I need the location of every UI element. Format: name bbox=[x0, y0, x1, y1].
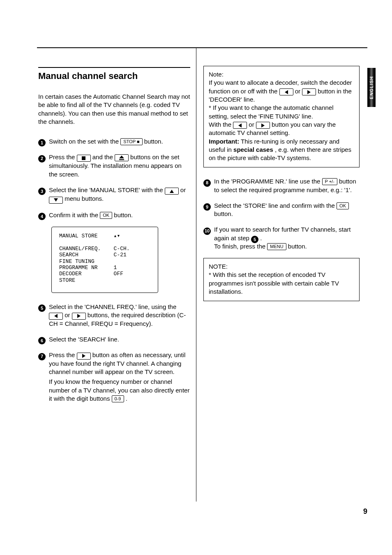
right-column: Note: If you want to allocate a decoder,… bbox=[203, 66, 360, 311]
step-number-10: 10 bbox=[203, 228, 211, 235]
column-divider bbox=[196, 47, 196, 502]
note-box-1: Note: If you want to allocate a decoder,… bbox=[203, 66, 360, 167]
step-8: 8 In the 'PROGRAMME NR.' line use the P … bbox=[203, 177, 360, 194]
step-number-3: 3 bbox=[38, 188, 46, 195]
left-arrow-icon-3 bbox=[233, 122, 247, 129]
step-5-text-b: or bbox=[65, 311, 72, 318]
left-column: In certain cases the Automatic Channel S… bbox=[38, 93, 190, 410]
step-2-text-b: and the bbox=[92, 153, 115, 160]
page: Manual channel search In certain cases t… bbox=[0, 0, 392, 555]
step-10-text-c: To finish, press the bbox=[214, 243, 267, 250]
top-rule bbox=[37, 47, 367, 48]
step-10-text-a: If you want to search for further TV cha… bbox=[214, 226, 350, 241]
stop-square-icon bbox=[77, 155, 91, 162]
step-7: 7 Press the button as often as necessary… bbox=[38, 351, 190, 376]
language-tab: ENGLISH bbox=[367, 68, 376, 107]
step-number-5: 5 bbox=[38, 304, 46, 312]
step-number-9: 9 bbox=[203, 203, 211, 211]
step-6-text: Select the 'SEARCH' line. bbox=[49, 336, 119, 343]
note1-d: * If you want to change the automatic ch… bbox=[209, 104, 354, 121]
step-number-1: 1 bbox=[38, 139, 46, 146]
step-1: 1 Switch on the set with the STOP ■ butt… bbox=[38, 137, 190, 146]
ok-button-icon: OK bbox=[100, 212, 112, 219]
step-4: 4 Confirm it with the OK button. bbox=[38, 211, 190, 219]
step-10-text-b: . bbox=[260, 235, 262, 242]
step-5-text-a: Select in the 'CHANNEL FREQ.' line, usin… bbox=[49, 303, 176, 310]
intro-paragraph: In certain cases the Automatic Channel S… bbox=[38, 93, 190, 126]
step-9-text-a: Select the 'STORE' line and confirm with… bbox=[214, 202, 337, 209]
step-10: 10 If you want to search for further TV … bbox=[203, 225, 360, 251]
menu-button-icon: MENU bbox=[267, 243, 286, 250]
eject-icon bbox=[115, 154, 129, 161]
on-screen-menu: MANUAL STORE ▴▾ CHANNEL/FREQ. C-CH. SEAR… bbox=[51, 227, 158, 293]
step-number-2: 2 bbox=[38, 155, 46, 163]
step-4-text-a: Confirm it with the bbox=[49, 211, 100, 218]
step-9: 9 Select the 'STORE' line and confirm wi… bbox=[203, 202, 360, 218]
step-10-text-d: button. bbox=[288, 243, 307, 250]
note-box-2: NOTE: * With this set the reception of e… bbox=[203, 258, 360, 301]
down-arrow-icon bbox=[49, 197, 63, 204]
step-3-text-a: Select the line 'MANUAL STORE' with the bbox=[49, 186, 165, 193]
page-number: 9 bbox=[363, 507, 367, 516]
page-title: Manual channel search bbox=[38, 71, 138, 81]
step-number-4: 4 bbox=[38, 213, 46, 220]
note1-title: Note: bbox=[209, 70, 354, 79]
note1-f: or bbox=[249, 121, 256, 128]
step-7-cont: If you know the frequency number or chan… bbox=[38, 378, 190, 403]
up-arrow-icon bbox=[165, 188, 179, 195]
right-arrow-icon bbox=[72, 313, 86, 320]
step-3: 3 Select the line 'MANUAL STORE' with th… bbox=[38, 186, 190, 204]
p-plus-minus-icon: P +/- bbox=[322, 178, 337, 185]
step-number-8: 8 bbox=[203, 179, 211, 187]
step-number-7: 7 bbox=[38, 353, 46, 360]
step-5: 5 Select in the 'CHANNEL FREQ.' line, us… bbox=[38, 303, 190, 328]
step-1-text-b: button. bbox=[144, 138, 163, 145]
right-arrow-icon-3 bbox=[302, 88, 316, 95]
step-3-text-c: menu buttons. bbox=[65, 195, 104, 202]
note1-b: or bbox=[295, 88, 302, 95]
left-arrow-icon-2 bbox=[279, 88, 293, 95]
step-6: 6 Select the 'SEARCH' line. bbox=[38, 335, 190, 344]
step-2-text-a: Press the bbox=[49, 153, 77, 160]
digit-buttons-icon: 0-9 bbox=[112, 395, 124, 402]
note1-special-cases: special cases bbox=[233, 146, 273, 153]
step-7-text-a: Press the bbox=[49, 351, 77, 358]
step-3-text-b: or bbox=[180, 186, 186, 193]
ok-button-icon-2: OK bbox=[337, 202, 349, 209]
step-1-text-a: Switch on the set with the bbox=[49, 138, 120, 145]
note1-important-label: Important: bbox=[209, 138, 239, 145]
note1-e: With the bbox=[209, 121, 233, 128]
step-ref-5: 5 bbox=[251, 236, 258, 243]
stop-button-icon: STOP ■ bbox=[120, 138, 142, 145]
left-arrow-icon bbox=[49, 313, 63, 320]
step-4-text-b: button. bbox=[114, 211, 133, 218]
right-arrow-icon-2 bbox=[77, 353, 91, 360]
right-arrow-icon-4 bbox=[256, 122, 270, 129]
note2-title: NOTE: bbox=[209, 262, 354, 271]
step-number-6: 6 bbox=[38, 337, 46, 344]
step-2: 2 Press the and the buttons on the set s… bbox=[38, 153, 190, 179]
step-9-text-b: button. bbox=[214, 210, 233, 217]
language-tab-text: ENGLISH bbox=[369, 76, 374, 99]
step-8-text-a: In the 'PROGRAMME NR.' line use the bbox=[214, 178, 322, 185]
title-rule bbox=[38, 67, 190, 68]
step-7-text-d: . bbox=[126, 395, 127, 402]
note2-body: * With this set the reception of encoded… bbox=[209, 271, 354, 296]
